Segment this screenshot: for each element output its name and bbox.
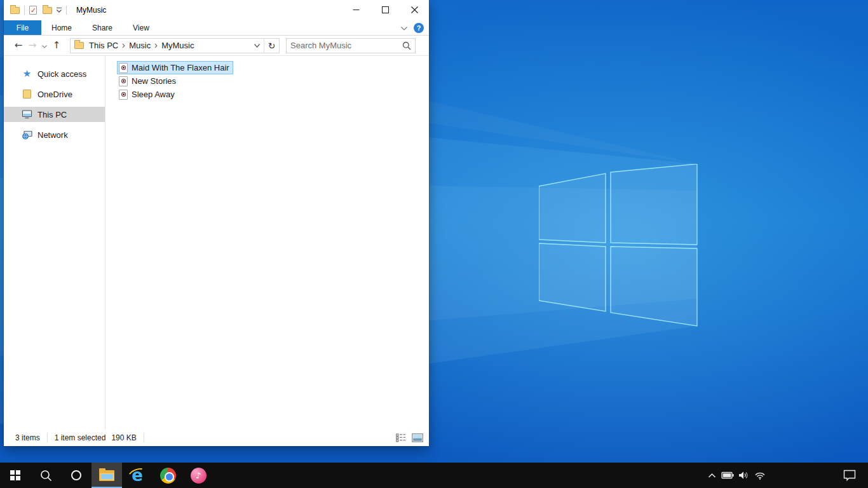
taskbar: e ♪ <box>0 463 868 488</box>
address-bar[interactable]: This PC Music MyMusic ↻ <box>70 38 280 53</box>
forward-button[interactable]: → <box>25 41 39 50</box>
sidebar-item-label: Network <box>37 130 68 140</box>
network-icon <box>22 130 32 140</box>
expand-ribbon-icon[interactable] <box>401 24 407 32</box>
breadcrumb-music[interactable]: Music <box>128 41 152 50</box>
cortana-icon <box>71 470 82 481</box>
ribbon-tab-bar: File Home Share View ? <box>4 20 429 36</box>
audio-file-icon <box>119 63 128 73</box>
search-box[interactable] <box>286 38 416 53</box>
file-item[interactable]: New Stories <box>117 74 180 88</box>
close-button[interactable] <box>400 0 429 20</box>
itunes-icon: ♪ <box>191 468 207 484</box>
file-name: New Stories <box>132 76 176 86</box>
taskbar-internet-explorer-button[interactable]: e <box>122 463 153 488</box>
show-hidden-icons-button[interactable] <box>704 463 720 488</box>
start-button[interactable] <box>0 463 31 488</box>
sidebar-item-quick-access[interactable]: ★ Quick access <box>4 66 105 81</box>
sidebar-item-label: This PC <box>37 110 67 119</box>
breadcrumb-separator-icon <box>122 43 125 48</box>
search-icon[interactable] <box>402 41 411 50</box>
item-count: 3 items <box>15 433 40 442</box>
file-explorer-window: MyMusic File Home Share View ? ← → <box>4 0 429 446</box>
address-folder-icon <box>74 42 84 49</box>
file-item-selected[interactable]: Maid With The Flaxen Hair <box>117 61 233 74</box>
volume-icon[interactable] <box>736 463 752 488</box>
file-name: Maid With The Flaxen Hair <box>132 63 229 72</box>
titlebar[interactable]: MyMusic <box>4 0 429 20</box>
file-explorer-icon <box>99 470 114 481</box>
divider <box>66 6 67 15</box>
tab-share[interactable]: Share <box>82 20 123 35</box>
up-button[interactable]: ↑ <box>50 41 64 50</box>
address-dropdown-icon[interactable] <box>250 39 264 53</box>
navigation-pane: ★ Quick access OneDrive This PC <box>4 56 105 430</box>
details-view-button[interactable] <box>395 431 407 444</box>
taskbar-file-explorer-button[interactable] <box>92 463 122 488</box>
quick-access-star-icon: ★ <box>22 69 32 79</box>
recent-locations-icon[interactable] <box>39 41 50 50</box>
properties-icon[interactable] <box>29 6 37 15</box>
sidebar-item-this-pc[interactable]: This PC <box>4 107 105 122</box>
window-folder-icon <box>10 7 20 14</box>
thumbnail-view-button[interactable] <box>411 431 424 444</box>
audio-file-icon <box>119 76 128 86</box>
wifi-icon[interactable] <box>752 463 768 488</box>
windows-logo <box>539 164 698 327</box>
sidebar-item-label: OneDrive <box>37 90 72 99</box>
taskbar-chrome-button[interactable] <box>153 463 183 488</box>
divider <box>47 433 48 443</box>
action-center-icon <box>843 470 856 481</box>
file-list: Maid With The Flaxen Hair New Stories Sl… <box>105 56 429 430</box>
taskbar-search-button[interactable] <box>31 463 61 488</box>
tab-home[interactable]: Home <box>41 20 82 35</box>
divider <box>144 433 144 443</box>
chevron-up-icon <box>708 473 716 478</box>
back-button[interactable]: ← <box>11 41 25 50</box>
breadcrumb-separator-icon <box>154 43 158 48</box>
file-item[interactable]: Sleep Away <box>117 88 179 101</box>
sidebar-item-label: Quick access <box>37 69 86 79</box>
status-bar: 3 items 1 item selected 190 KB <box>4 430 429 446</box>
sidebar-item-network[interactable]: Network <box>4 127 105 142</box>
breadcrumb-mymusic[interactable]: MyMusic <box>160 41 195 50</box>
minimize-button[interactable] <box>341 0 370 20</box>
battery-status-icon[interactable] <box>720 463 736 488</box>
file-name: Sleep Away <box>132 90 175 99</box>
tab-view[interactable]: View <box>123 20 159 35</box>
onedrive-icon <box>22 89 32 100</box>
selection-size: 190 KB <box>111 433 136 442</box>
customize-quick-access-toolbar-icon[interactable] <box>57 8 62 13</box>
selection-count: 1 item selected <box>55 433 106 442</box>
internet-explorer-icon: e <box>128 466 147 485</box>
this-pc-monitor-icon <box>22 109 32 120</box>
new-folder-icon[interactable] <box>43 7 52 14</box>
taskbar-itunes-button[interactable]: ♪ <box>183 463 214 488</box>
tab-file[interactable]: File <box>4 20 41 35</box>
windows-start-icon <box>10 470 20 480</box>
search-icon <box>40 470 52 482</box>
chrome-icon <box>160 468 176 484</box>
cortana-button[interactable] <box>61 463 92 488</box>
refresh-icon[interactable]: ↻ <box>264 39 279 53</box>
action-center-button[interactable] <box>837 463 862 488</box>
divider <box>24 6 25 15</box>
audio-file-icon <box>119 90 128 100</box>
help-icon[interactable]: ? <box>414 23 424 33</box>
window-title: MyMusic <box>76 6 106 15</box>
maximize-button[interactable] <box>370 0 400 20</box>
navigation-bar: ← → ↑ This PC Music MyMusic ↻ <box>4 36 429 56</box>
search-input[interactable] <box>290 41 402 50</box>
breadcrumb-this-pc[interactable]: This PC <box>88 41 119 50</box>
sidebar-item-onedrive[interactable]: OneDrive <box>4 86 105 102</box>
